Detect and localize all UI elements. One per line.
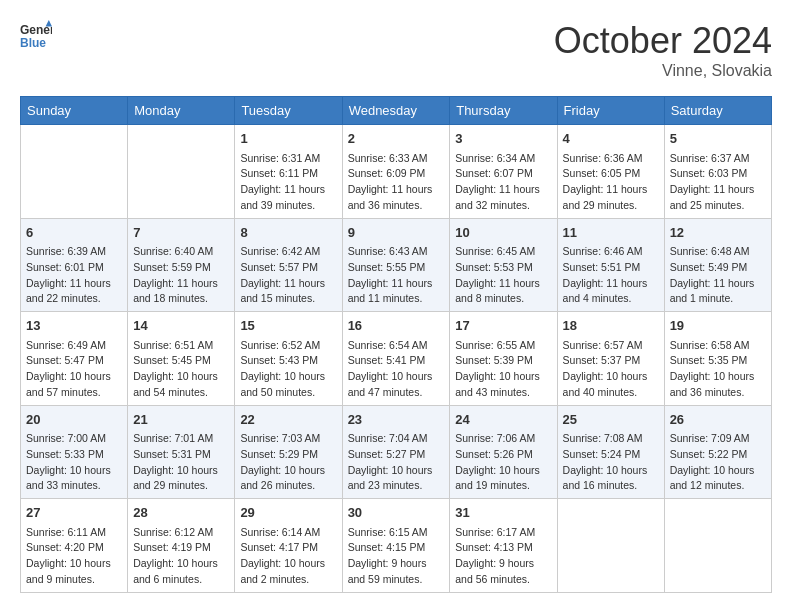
sunset-text: Sunset: 5:39 PM — [455, 354, 533, 366]
sunset-text: Sunset: 5:31 PM — [133, 448, 211, 460]
calendar-cell: 4Sunrise: 6:36 AMSunset: 6:05 PMDaylight… — [557, 125, 664, 219]
calendar-cell — [21, 125, 128, 219]
sunrise-text: Sunrise: 6:40 AM — [133, 245, 213, 257]
daylight-text: Daylight: 10 hours and 29 minutes. — [133, 464, 218, 492]
calendar-cell: 13Sunrise: 6:49 AMSunset: 5:47 PMDayligh… — [21, 312, 128, 406]
day-number: 11 — [563, 223, 659, 243]
calendar-cell — [128, 125, 235, 219]
sunset-text: Sunset: 5:35 PM — [670, 354, 748, 366]
week-row-4: 20Sunrise: 7:00 AMSunset: 5:33 PMDayligh… — [21, 405, 772, 499]
sunrise-text: Sunrise: 7:06 AM — [455, 432, 535, 444]
daylight-text: Daylight: 9 hours and 56 minutes. — [455, 557, 534, 585]
calendar-cell: 20Sunrise: 7:00 AMSunset: 5:33 PMDayligh… — [21, 405, 128, 499]
daylight-text: Daylight: 10 hours and 47 minutes. — [348, 370, 433, 398]
sunset-text: Sunset: 5:49 PM — [670, 261, 748, 273]
location-subtitle: Vinne, Slovakia — [554, 62, 772, 80]
daylight-text: Daylight: 10 hours and 54 minutes. — [133, 370, 218, 398]
sunrise-text: Sunrise: 7:04 AM — [348, 432, 428, 444]
sunset-text: Sunset: 5:47 PM — [26, 354, 104, 366]
sunrise-text: Sunrise: 6:11 AM — [26, 526, 106, 538]
daylight-text: Daylight: 11 hours and 29 minutes. — [563, 183, 648, 211]
sunrise-text: Sunrise: 6:12 AM — [133, 526, 213, 538]
daylight-text: Daylight: 10 hours and 9 minutes. — [26, 557, 111, 585]
week-row-3: 13Sunrise: 6:49 AMSunset: 5:47 PMDayligh… — [21, 312, 772, 406]
calendar-cell: 29Sunrise: 6:14 AMSunset: 4:17 PMDayligh… — [235, 499, 342, 593]
svg-text:Blue: Blue — [20, 36, 46, 50]
daylight-text: Daylight: 11 hours and 4 minutes. — [563, 277, 648, 305]
day-number: 6 — [26, 223, 122, 243]
sunrise-text: Sunrise: 6:42 AM — [240, 245, 320, 257]
calendar-cell: 9Sunrise: 6:43 AMSunset: 5:55 PMDaylight… — [342, 218, 450, 312]
sunset-text: Sunset: 5:41 PM — [348, 354, 426, 366]
day-number: 5 — [670, 129, 766, 149]
calendar-cell: 14Sunrise: 6:51 AMSunset: 5:45 PMDayligh… — [128, 312, 235, 406]
day-number: 23 — [348, 410, 445, 430]
day-number: 27 — [26, 503, 122, 523]
day-number: 29 — [240, 503, 336, 523]
sunrise-text: Sunrise: 6:58 AM — [670, 339, 750, 351]
week-row-5: 27Sunrise: 6:11 AMSunset: 4:20 PMDayligh… — [21, 499, 772, 593]
day-number: 9 — [348, 223, 445, 243]
day-number: 1 — [240, 129, 336, 149]
sunrise-text: Sunrise: 6:48 AM — [670, 245, 750, 257]
day-header-monday: Monday — [128, 97, 235, 125]
day-header-saturday: Saturday — [664, 97, 771, 125]
sunset-text: Sunset: 4:17 PM — [240, 541, 318, 553]
calendar-cell — [664, 499, 771, 593]
daylight-text: Daylight: 10 hours and 12 minutes. — [670, 464, 755, 492]
daylight-text: Daylight: 11 hours and 36 minutes. — [348, 183, 433, 211]
sunrise-text: Sunrise: 7:01 AM — [133, 432, 213, 444]
daylight-text: Daylight: 10 hours and 16 minutes. — [563, 464, 648, 492]
sunset-text: Sunset: 5:43 PM — [240, 354, 318, 366]
calendar-cell: 18Sunrise: 6:57 AMSunset: 5:37 PMDayligh… — [557, 312, 664, 406]
calendar-cell: 8Sunrise: 6:42 AMSunset: 5:57 PMDaylight… — [235, 218, 342, 312]
sunrise-text: Sunrise: 6:31 AM — [240, 152, 320, 164]
sunset-text: Sunset: 5:37 PM — [563, 354, 641, 366]
sunset-text: Sunset: 5:29 PM — [240, 448, 318, 460]
calendar-cell: 3Sunrise: 6:34 AMSunset: 6:07 PMDaylight… — [450, 125, 557, 219]
sunrise-text: Sunrise: 6:34 AM — [455, 152, 535, 164]
sunset-text: Sunset: 5:59 PM — [133, 261, 211, 273]
daylight-text: Daylight: 11 hours and 39 minutes. — [240, 183, 325, 211]
day-number: 22 — [240, 410, 336, 430]
sunrise-text: Sunrise: 7:03 AM — [240, 432, 320, 444]
sunset-text: Sunset: 5:55 PM — [348, 261, 426, 273]
sunset-text: Sunset: 5:45 PM — [133, 354, 211, 366]
day-header-friday: Friday — [557, 97, 664, 125]
header-row: SundayMondayTuesdayWednesdayThursdayFrid… — [21, 97, 772, 125]
daylight-text: Daylight: 10 hours and 19 minutes. — [455, 464, 540, 492]
sunrise-text: Sunrise: 6:15 AM — [348, 526, 428, 538]
week-row-2: 6Sunrise: 6:39 AMSunset: 6:01 PMDaylight… — [21, 218, 772, 312]
calendar-cell: 28Sunrise: 6:12 AMSunset: 4:19 PMDayligh… — [128, 499, 235, 593]
sunrise-text: Sunrise: 6:54 AM — [348, 339, 428, 351]
page-header: General Blue October 2024 Vinne, Slovaki… — [20, 20, 772, 80]
calendar-table: SundayMondayTuesdayWednesdayThursdayFrid… — [20, 96, 772, 593]
sunset-text: Sunset: 5:51 PM — [563, 261, 641, 273]
sunrise-text: Sunrise: 6:14 AM — [240, 526, 320, 538]
day-number: 12 — [670, 223, 766, 243]
calendar-cell: 5Sunrise: 6:37 AMSunset: 6:03 PMDaylight… — [664, 125, 771, 219]
day-number: 10 — [455, 223, 551, 243]
day-number: 28 — [133, 503, 229, 523]
sunset-text: Sunset: 5:27 PM — [348, 448, 426, 460]
calendar-cell: 12Sunrise: 6:48 AMSunset: 5:49 PMDayligh… — [664, 218, 771, 312]
week-row-1: 1Sunrise: 6:31 AMSunset: 6:11 PMDaylight… — [21, 125, 772, 219]
calendar-cell: 25Sunrise: 7:08 AMSunset: 5:24 PMDayligh… — [557, 405, 664, 499]
daylight-text: Daylight: 11 hours and 1 minute. — [670, 277, 755, 305]
day-number: 30 — [348, 503, 445, 523]
sunrise-text: Sunrise: 6:46 AM — [563, 245, 643, 257]
calendar-cell: 11Sunrise: 6:46 AMSunset: 5:51 PMDayligh… — [557, 218, 664, 312]
daylight-text: Daylight: 10 hours and 2 minutes. — [240, 557, 325, 585]
sunset-text: Sunset: 6:01 PM — [26, 261, 104, 273]
calendar-cell: 23Sunrise: 7:04 AMSunset: 5:27 PMDayligh… — [342, 405, 450, 499]
calendar-cell: 21Sunrise: 7:01 AMSunset: 5:31 PMDayligh… — [128, 405, 235, 499]
day-number: 3 — [455, 129, 551, 149]
calendar-cell: 26Sunrise: 7:09 AMSunset: 5:22 PMDayligh… — [664, 405, 771, 499]
sunrise-text: Sunrise: 6:17 AM — [455, 526, 535, 538]
sunrise-text: Sunrise: 6:55 AM — [455, 339, 535, 351]
day-number: 21 — [133, 410, 229, 430]
calendar-cell: 1Sunrise: 6:31 AMSunset: 6:11 PMDaylight… — [235, 125, 342, 219]
day-number: 19 — [670, 316, 766, 336]
sunset-text: Sunset: 5:53 PM — [455, 261, 533, 273]
day-number: 2 — [348, 129, 445, 149]
